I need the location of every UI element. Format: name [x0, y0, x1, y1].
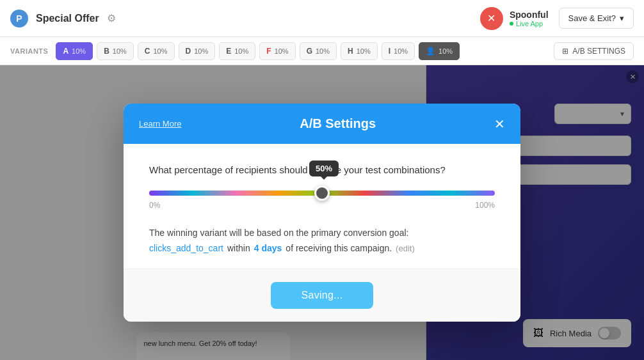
- spoonful-badge: ✕ Spoonful Live App: [480, 7, 549, 30]
- variant-tab-e[interactable]: E 10%: [219, 42, 255, 60]
- spoonful-text: Spoonful Live App: [510, 10, 549, 27]
- top-bar-right: ✕ Spoonful Live App Save & Exit? ▾: [480, 7, 634, 30]
- modal-overlay: Learn More A/B Settings ✕ What percentag…: [0, 65, 644, 360]
- variant-tab-a[interactable]: A 10%: [56, 42, 93, 60]
- slider-thumb[interactable]: 50%: [314, 185, 330, 201]
- variant-tab-c[interactable]: C 10%: [138, 42, 175, 60]
- ab-settings-button[interactable]: ⊞ A/B SETTINGS: [554, 42, 634, 60]
- conversion-goal: clicks_add_to_cart within 4 days of rece…: [149, 243, 495, 253]
- variant-tab-d[interactable]: D 10%: [179, 42, 216, 60]
- ab-settings-icon: ⊞: [562, 47, 568, 56]
- variant-tab-icon[interactable]: 👤 10%: [419, 42, 460, 60]
- winning-variant-text: The winning variant will be based on the…: [149, 228, 495, 238]
- goal-link[interactable]: clicks_add_to_cart: [149, 243, 223, 253]
- variants-label: VARIANTS: [10, 47, 48, 55]
- slider-min-label: 0%: [149, 201, 160, 210]
- modal-close-button[interactable]: ✕: [494, 118, 505, 130]
- spoonful-name: Spoonful: [510, 10, 549, 20]
- variant-tab-i[interactable]: I 10%: [382, 42, 415, 60]
- slider-track-container: 50%: [149, 191, 495, 196]
- variant-tab-g[interactable]: G 10%: [300, 42, 337, 60]
- spoonful-icon: ✕: [480, 7, 503, 30]
- learn-more-link[interactable]: Learn More: [139, 119, 181, 129]
- modal-footer: Saving...: [124, 269, 520, 322]
- slider-section: 50% 0% 100%: [149, 191, 495, 210]
- modal-title: A/B Settings: [181, 116, 494, 131]
- spoonful-live-status: Live App: [510, 20, 549, 27]
- variants-bar: VARIANTS A 10% B 10% C 10% D 10% E 10% F…: [0, 37, 644, 65]
- saving-button[interactable]: Saving...: [271, 282, 374, 309]
- slider-rainbow-track: 50%: [149, 191, 495, 196]
- app-logo: P: [10, 10, 28, 27]
- live-dot: [510, 22, 513, 26]
- save-exit-button[interactable]: Save & Exit? ▾: [559, 8, 634, 29]
- variant-tab-h[interactable]: H 10%: [341, 42, 378, 60]
- goal-within: within: [227, 243, 250, 253]
- top-bar: P Special Offer ⚙ ✕ Spoonful Live App Sa…: [0, 0, 644, 37]
- goal-suffix: of receiving this campaign.: [286, 243, 392, 253]
- modal-header: Learn More A/B Settings ✕: [124, 104, 520, 144]
- page-title: Special Offer: [36, 13, 99, 24]
- variant-tab-f[interactable]: F 10%: [259, 42, 295, 60]
- slider-labels: 0% 100%: [149, 201, 495, 210]
- goal-edit-link[interactable]: (edit): [396, 244, 415, 253]
- variant-tab-b[interactable]: B 10%: [97, 42, 134, 60]
- slider-max-label: 100%: [475, 201, 495, 210]
- ab-settings-modal: Learn More A/B Settings ✕ What percentag…: [124, 104, 520, 322]
- goal-days: 4 days: [254, 243, 282, 253]
- settings-icon[interactable]: ⚙: [107, 12, 116, 24]
- slider-tooltip: 50%: [309, 160, 339, 176]
- modal-body: What percentage of recipients should rec…: [124, 144, 520, 269]
